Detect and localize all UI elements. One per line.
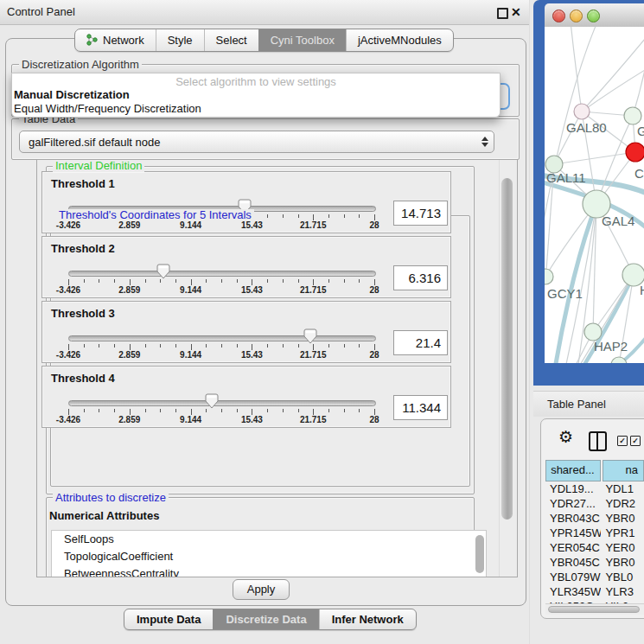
tick-label: 15.43	[230, 350, 273, 360]
split-columns-icon[interactable]	[589, 431, 607, 451]
table-cell[interactable]: YPR145W	[545, 526, 601, 540]
tab-select[interactable]: Select	[204, 29, 258, 51]
slider-tick	[206, 279, 207, 283]
tab-style[interactable]: Style	[156, 29, 204, 51]
apply-button[interactable]: Apply	[233, 579, 290, 600]
table-row[interactable]: YPR145WYPR1	[545, 526, 644, 540]
tab-jactivemnodules[interactable]: jActiveMNodules	[346, 29, 453, 51]
table-cell[interactable]: YDL1	[601, 481, 644, 496]
table-hscrollbar-track[interactable]	[545, 603, 644, 615]
table-row[interactable]: YDL19...YDL1	[545, 481, 644, 496]
network-node-gal80[interactable]	[574, 104, 590, 119]
threshold-value-field[interactable]: 6.316	[393, 265, 448, 290]
threshold-value-field[interactable]: 14.713	[393, 201, 448, 226]
slider-tick	[298, 279, 299, 283]
network-window-titlebar[interactable]	[545, 3, 644, 28]
threshold-slider-track[interactable]	[68, 335, 376, 341]
table-row[interactable]: YLR345WYLR3	[545, 584, 644, 599]
tab-cyni-toolbox[interactable]: Cyni Toolbox	[258, 29, 346, 51]
threshold-slider-track[interactable]	[68, 400, 376, 406]
table-cell[interactable]: YBL079W	[545, 570, 601, 584]
table-cell[interactable]: YBR0	[601, 511, 644, 526]
table-row[interactable]: YBL079WYBL0	[545, 570, 644, 584]
network-canvas[interactable]: GAL80GAGAL11CGAL4GCY1HHAP2	[545, 27, 644, 363]
tick-label: 9.144	[169, 285, 213, 295]
network-edge[interactable]	[554, 152, 635, 164]
tick-label: 9.144	[169, 350, 213, 360]
list-item-topologicalcoefficient[interactable]: TopologicalCoefficient	[52, 548, 486, 565]
table-cell[interactable]: YBR0	[601, 555, 644, 570]
slider-tick	[145, 344, 146, 348]
node-label-ga: GA	[637, 124, 644, 138]
slider-tick	[267, 279, 268, 283]
table-cell[interactable]: YDL19...	[545, 481, 601, 496]
cyni-bottom-tabs: Impute DataDiscretize DataInfer Network	[124, 609, 417, 630]
table-cell[interactable]: YBR045C	[545, 555, 601, 570]
node-label-gcy1: GCY1	[547, 286, 583, 301]
column-header-shared-[interactable]: shared...	[545, 460, 601, 481]
table-cell[interactable]: YLR3	[601, 584, 644, 599]
network-node-ga[interactable]	[624, 107, 641, 124]
threshold-panel: Threshold 3-3.4262.8599.14415.4321.71528…	[41, 301, 451, 363]
close-icon[interactable]: ✕	[511, 4, 521, 20]
node-label-gal11: GAL11	[546, 170, 586, 185]
threshold-value-field[interactable]: 21.4	[393, 330, 448, 355]
table-cell[interactable]: YPR1	[601, 526, 644, 540]
tab-network[interactable]: Network	[75, 29, 156, 51]
slider-tick	[160, 344, 161, 348]
minimize-traffic-light-icon[interactable]	[570, 10, 583, 22]
checkbox-icon[interactable]: ✓	[630, 436, 641, 446]
algorithm-option-equal-width-frequency-discretization[interactable]: Equal Width/Frequency Discretization	[14, 102, 501, 116]
network-node-hap2[interactable]	[584, 323, 602, 341]
numerical-attributes-list[interactable]: SelfLoopsTopologicalCoefficientBetweenne…	[51, 530, 487, 577]
table-row[interactable]: YBR045CYBR0	[545, 555, 644, 570]
table-row[interactable]: YER054CYER0	[545, 540, 644, 555]
algorithm-option-manual-discretization[interactable]: Manual Discretization	[14, 88, 501, 102]
slider-thumb[interactable]	[303, 328, 317, 344]
zoom-traffic-light-icon[interactable]	[587, 10, 600, 22]
tick-label: -3.426	[47, 350, 90, 360]
node-label-h: H	[640, 283, 644, 297]
threshold-slider-track[interactable]	[68, 271, 376, 277]
tab-label: Cyni Toolbox	[271, 34, 335, 47]
table-cell[interactable]: YER054C	[545, 540, 601, 555]
tab-infer-network[interactable]: Infer Network	[319, 609, 416, 629]
table-data-combobox[interactable]: galFiltered.sif default node	[19, 131, 494, 153]
tab-label: Select	[216, 34, 247, 47]
slider-tick	[267, 214, 268, 218]
table-cell[interactable]: YLR345W	[545, 584, 601, 599]
checkbox-icon[interactable]: ✓	[617, 436, 628, 446]
table-cell[interactable]: YDR2	[601, 496, 644, 511]
float-window-icon[interactable]	[497, 8, 508, 19]
network-node-gcy1[interactable]	[545, 269, 553, 284]
node-label-gal80: GAL80	[566, 120, 607, 135]
slider-thumb[interactable]	[156, 264, 170, 279]
gear-icon[interactable]: ⚙	[558, 428, 573, 447]
slider-tick	[114, 344, 115, 348]
table-cell[interactable]: YER0	[601, 540, 644, 555]
table-cell[interactable]: YBL0	[601, 570, 644, 584]
table-hscrollbar-thumb[interactable]	[548, 606, 640, 613]
slider-thumb[interactable]	[205, 393, 219, 409]
table-cell[interactable]: YBR043C	[545, 511, 601, 526]
table-row[interactable]: YBR043CYBR0	[545, 511, 644, 526]
network-node-selected-node[interactable]	[626, 143, 644, 162]
network-edge[interactable]	[582, 39, 644, 112]
slider-tick	[114, 279, 115, 283]
table-row[interactable]: YDR27...YDR2	[545, 496, 644, 511]
threshold-value-field[interactable]: 11.344	[393, 395, 448, 420]
list-item-selfloops[interactable]: SelfLoops	[52, 531, 486, 548]
slider-tick	[359, 344, 360, 348]
tick-label: -3.426	[47, 415, 90, 424]
table-panel-title: Table Panel	[547, 392, 606, 417]
node-label-gal4: GAL4	[602, 214, 634, 228]
list-scrollbar[interactable]	[475, 535, 484, 573]
list-item-betweennesscentrality[interactable]: BetweennessCentrality	[52, 565, 486, 577]
close-traffic-light-icon[interactable]	[552, 10, 565, 22]
tab-impute-data[interactable]: Impute Data	[124, 609, 213, 629]
scrollbar-thumb[interactable]	[501, 178, 513, 520]
column-header-na[interactable]: na	[603, 460, 644, 481]
tab-discretize-data[interactable]: Discretize Data	[213, 609, 318, 629]
slider-tick	[221, 409, 222, 412]
table-cell[interactable]: YDR27...	[545, 496, 601, 511]
